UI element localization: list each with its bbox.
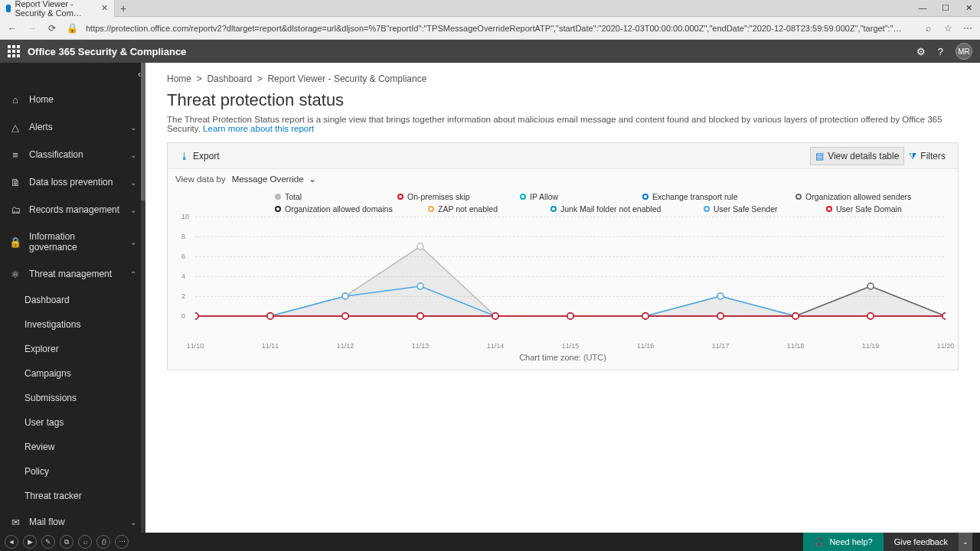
legend-item[interactable]: Total [275, 192, 374, 201]
chevron-down-icon: ⌄ [130, 238, 136, 246]
view-by-label: View data by [175, 174, 226, 184]
more-icon[interactable]: ⋯ [962, 23, 974, 34]
settings-icon[interactable]: ⚙ [916, 46, 926, 57]
breadcrumb-home[interactable]: Home [167, 73, 191, 84]
headset-icon: 🎧 [814, 537, 825, 547]
sidebar-subitem-policy[interactable]: Policy [0, 459, 145, 484]
export-button[interactable]: ⭳Export [175, 148, 224, 165]
page-description: The Threat Protection Status report is a… [167, 115, 959, 133]
x-tick-label: 11/20 [937, 342, 955, 350]
legend-item[interactable]: On-premises skip [397, 192, 497, 201]
main-content: Home > Dashboard > Report Viewer - Secur… [145, 63, 980, 533]
sidebar-item-home[interactable]: ⌂Home [0, 86, 145, 113]
help-icon[interactable]: ? [938, 46, 943, 57]
legend-item[interactable]: IP Allow [520, 192, 619, 201]
nav-forward-icon[interactable]: → [26, 23, 38, 34]
new-tab-button[interactable]: + [115, 2, 132, 15]
feedback-chevron-icon[interactable]: ⌄ [959, 533, 972, 551]
learn-more-link[interactable]: Learn more about this report [203, 124, 314, 133]
sidebar-item-data-loss-prevention[interactable]: 🗎Data loss prevention⌄ [0, 168, 145, 196]
chart-card: ⭳Export ▤View details table ⧩Filters Vie… [167, 142, 959, 370]
legend-item[interactable]: Organization allowed domains [275, 204, 405, 214]
user-avatar[interactable]: MR [956, 43, 972, 60]
legend-item[interactable]: Organization allowed senders [795, 192, 926, 201]
svg-point-14 [342, 293, 348, 299]
home-icon: ⌂ [9, 93, 21, 106]
sidebar-item-threat-management[interactable]: ⚛Threat management⌃ [0, 260, 145, 288]
sidebar-subitem-review[interactable]: Review [0, 435, 145, 459]
window-minimize-icon[interactable]: — [911, 3, 934, 13]
sidebar-subitem-dashboard[interactable]: Dashboard [0, 288, 145, 312]
sidebar-subitem-threat-tracker[interactable]: Threat tracker [0, 484, 145, 508]
chevron-down-icon: ⌄ [130, 518, 136, 527]
sidebar-subitem-user-tags[interactable]: User tags [0, 410, 145, 435]
svg-point-4 [417, 243, 423, 249]
x-tick-label: 11/14 [487, 342, 505, 350]
filters-button[interactable]: ⧩Filters [904, 148, 950, 165]
sidebar-subitem-explorer[interactable]: Explorer [0, 337, 145, 361]
legend-item[interactable]: Junk Mail folder not enabled [550, 204, 681, 214]
svg-point-107 [717, 313, 724, 319]
sidebar-item-records-management[interactable]: 🗂Records management⌄ [0, 196, 145, 223]
legend-dot-icon [826, 206, 832, 212]
product-name: Office 365 Security & Compliance [28, 46, 186, 57]
sidebar-item-alerts[interactable]: △Alerts⌄ [0, 113, 145, 141]
sidebar-item-information-governance[interactable]: 🔒Information governance⌄ [0, 223, 145, 260]
footer-copy-icon[interactable]: ⧉ [60, 535, 74, 549]
legend-item[interactable]: Exchange transport rule [642, 192, 773, 201]
app-header: Office 365 Security & Compliance ⚙ ? MR [0, 40, 980, 63]
window-close-icon[interactable]: ✕ [957, 3, 980, 13]
nav-back-icon[interactable]: ← [6, 23, 18, 34]
legend-dot-icon [642, 194, 648, 200]
svg-point-19 [717, 293, 724, 299]
svg-point-15 [417, 283, 423, 289]
legend-item[interactable]: ZAP not enabled [428, 204, 528, 214]
svg-point-109 [867, 313, 874, 319]
browser-tab[interactable]: Report Viewer - Security & Com… ✕ [0, 0, 115, 17]
sidebar-item-classification[interactable]: ≡Classification⌄ [0, 141, 145, 168]
y-tick-label: 4 [181, 272, 185, 280]
svg-point-106 [642, 313, 648, 319]
give-feedback-button[interactable]: Give feedback [884, 533, 959, 551]
x-tick-label: 11/12 [337, 342, 354, 350]
records-icon: 🗂 [9, 204, 21, 216]
need-help-button[interactable]: 🎧Need help? [803, 533, 883, 551]
window-maximize-icon[interactable]: ☐ [934, 3, 957, 13]
mail-icon: ✉ [9, 516, 21, 528]
legend-dot-icon [428, 206, 434, 212]
footer-print-icon[interactable]: ⎙ [96, 535, 110, 549]
x-tick-label: 11/18 [787, 342, 805, 350]
footer-prev-icon[interactable]: ◄ [5, 535, 18, 549]
y-tick-label: 2 [181, 292, 185, 300]
x-tick-label: 11/10 [187, 342, 204, 350]
svg-point-102 [342, 313, 348, 319]
y-tick-label: 6 [181, 253, 185, 260]
favorite-icon[interactable]: ☆ [942, 23, 954, 34]
alert-icon: △ [9, 121, 21, 133]
legend-dot-icon [275, 194, 281, 200]
view-details-button[interactable]: ▤View details table [810, 147, 904, 165]
breadcrumb-dashboard[interactable]: Dashboard [207, 73, 252, 84]
legend-item[interactable]: User Safe Sender [704, 204, 803, 214]
y-tick-label: 0 [181, 312, 185, 320]
footer-edit-icon[interactable]: ✎ [41, 535, 55, 549]
sidebar-subitem-submissions[interactable]: Submissions [0, 386, 145, 410]
app-launcher-icon[interactable] [8, 45, 20, 57]
reader-icon[interactable]: ⌕ [922, 23, 934, 34]
view-by-dropdown[interactable]: Message Override ⌄ [232, 174, 316, 184]
class-icon: ≡ [9, 148, 21, 161]
sidebar-item-mail-flow[interactable]: ✉Mail flow⌄ [0, 508, 145, 533]
close-tab-icon[interactable]: ✕ [101, 3, 108, 13]
sidebar-subitem-investigations[interactable]: Investigations [0, 312, 145, 337]
y-tick-label: 8 [181, 233, 185, 240]
footer-play-icon[interactable]: ▶ [23, 535, 37, 549]
legend-item[interactable]: User Safe Domain [826, 204, 926, 214]
footer-more-icon[interactable]: ⋯ [115, 535, 129, 549]
address-bar[interactable]: https://protection.office.com/reportv2?d… [86, 24, 914, 33]
dlp-icon: 🗎 [9, 176, 21, 188]
nav-refresh-icon[interactable]: ⟳ [46, 23, 58, 34]
sidebar-subitem-campaigns[interactable]: Campaigns [0, 361, 145, 386]
svg-point-105 [567, 313, 573, 319]
footer-zoom-icon[interactable]: ⌕ [78, 535, 92, 549]
legend-dot-icon [397, 194, 403, 200]
